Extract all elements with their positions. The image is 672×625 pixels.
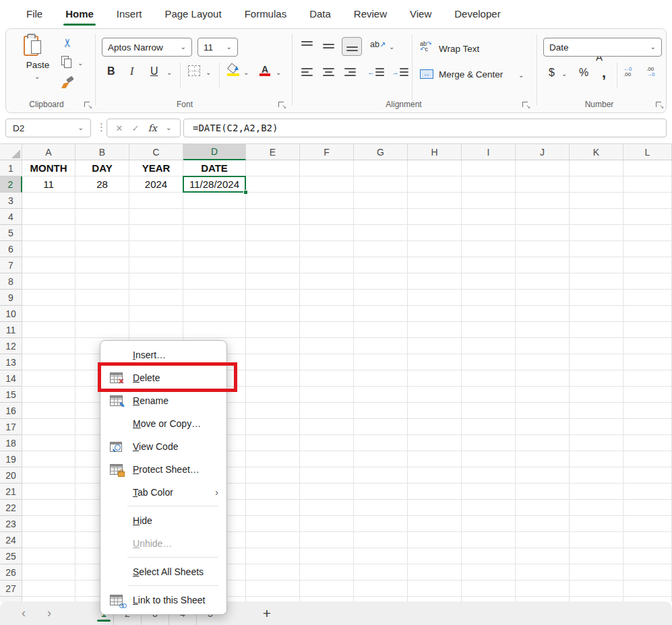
grid-cell-E16[interactable]	[246, 403, 300, 419]
ribbon-tab-formulas[interactable]: Formulas	[233, 0, 299, 27]
number-format-combobox[interactable]: Date⌄	[543, 38, 662, 57]
grid-cell-C7[interactable]	[129, 257, 183, 273]
grid-cell-A7[interactable]	[22, 257, 75, 273]
grid-cell-A13[interactable]	[22, 354, 75, 370]
row-header-5[interactable]: 5	[0, 225, 22, 241]
ribbon-tab-review[interactable]: Review	[342, 0, 398, 27]
ribbon-tab-file[interactable]: File	[15, 0, 54, 27]
grid-cell-G2[interactable]	[354, 176, 408, 193]
grid-cell-K22[interactable]	[570, 500, 623, 516]
grid-cell-C6[interactable]	[129, 241, 183, 257]
grid-cell-I19[interactable]	[462, 451, 516, 467]
grid-cell-H26[interactable]	[408, 564, 462, 581]
enter-icon[interactable]: ✓	[132, 123, 140, 133]
accounting-dropdown-chevron-icon[interactable]: ⌄	[561, 71, 567, 77]
row-header-9[interactable]: 9	[0, 290, 22, 306]
grid-cell-H3[interactable]	[408, 193, 462, 209]
row-header-10[interactable]: 10	[0, 306, 22, 322]
grid-cell-B8[interactable]	[75, 273, 129, 290]
grid-cell-C2[interactable]: 2024	[129, 176, 183, 193]
grid-cell-G15[interactable]	[354, 387, 408, 403]
grid-cell-C11[interactable]	[129, 322, 183, 338]
grid-cell-L5[interactable]	[623, 225, 672, 241]
grid-cell-H2[interactable]	[408, 176, 462, 193]
grid-cell-E9[interactable]	[246, 290, 300, 306]
row-header-23[interactable]: 23	[0, 516, 22, 532]
grid-cell-F14[interactable]	[300, 370, 354, 387]
grid-cell-L11[interactable]	[623, 322, 672, 338]
cut-icon[interactable]: ✂	[61, 38, 75, 47]
grid-cell-E8[interactable]	[246, 273, 300, 290]
grid-cell-K11[interactable]	[570, 322, 623, 338]
new-sheet-button[interactable]: +	[258, 601, 276, 625]
grid-cell-G23[interactable]	[354, 516, 408, 532]
grid-cell-L8[interactable]	[623, 273, 672, 290]
grid-cell-H20[interactable]	[408, 467, 462, 484]
bold-button[interactable]: B	[107, 65, 115, 77]
grid-cell-J16[interactable]	[516, 403, 570, 419]
grid-cell-C5[interactable]	[129, 225, 183, 241]
grid-cell-I9[interactable]	[462, 290, 516, 306]
column-header-K[interactable]: K	[570, 144, 623, 160]
row-header-17[interactable]: 17	[0, 419, 22, 435]
row-header-19[interactable]: 19	[0, 451, 22, 467]
grid-cell-G4[interactable]	[354, 209, 408, 225]
row-header-11[interactable]: 11	[0, 322, 22, 338]
grid-cell-F27[interactable]	[300, 581, 354, 597]
grid-cell-E18[interactable]	[246, 435, 300, 451]
grid-cell-A14[interactable]	[22, 370, 75, 387]
orientation-dropdown-chevron-icon[interactable]: ⌄	[389, 44, 394, 51]
grid-cell-J22[interactable]	[516, 500, 570, 516]
row-header-24[interactable]: 24	[0, 532, 22, 548]
grid-cell-I2[interactable]	[462, 176, 516, 193]
grid-cell-K2[interactable]	[570, 176, 623, 193]
grid-cell-F13[interactable]	[300, 354, 354, 370]
grid-cell-L26[interactable]	[623, 564, 672, 581]
borders-dropdown-chevron-icon[interactable]: ⌄	[206, 69, 211, 76]
grid-cell-B5[interactable]	[75, 225, 129, 241]
grid-cell-L24[interactable]	[623, 532, 672, 548]
grid-cell-D10[interactable]	[183, 306, 246, 322]
grid-cell-H17[interactable]	[408, 419, 462, 435]
grid-cell-F20[interactable]	[300, 467, 354, 484]
grid-cell-E3[interactable]	[246, 193, 300, 209]
grid-cell-H10[interactable]	[408, 306, 462, 322]
column-header-F[interactable]: F	[300, 144, 354, 160]
grid-cell-G9[interactable]	[354, 290, 408, 306]
grid-cell-J18[interactable]	[516, 435, 570, 451]
fill-color-button[interactable]	[227, 64, 239, 76]
grid-cell-H27[interactable]	[408, 581, 462, 597]
row-header-22[interactable]: 22	[0, 500, 22, 516]
name-box[interactable]: D2 ⌄	[5, 119, 91, 137]
grid-cell-E7[interactable]	[246, 257, 300, 273]
grid-cell-H8[interactable]	[408, 273, 462, 290]
grid-cell-K12[interactable]	[570, 338, 623, 354]
grid-cell-F24[interactable]	[300, 532, 354, 548]
grid-cell-I17[interactable]	[462, 419, 516, 435]
grid-cell-L25[interactable]	[623, 548, 672, 564]
grid-cell-I1[interactable]	[462, 160, 516, 176]
grid-cell-J21[interactable]	[516, 484, 570, 500]
grid-cell-H16[interactable]	[408, 403, 462, 419]
grid-cell-L2[interactable]	[623, 176, 672, 193]
grid-cell-I14[interactable]	[462, 370, 516, 387]
column-header-G[interactable]: G	[354, 144, 408, 160]
grid-cell-F7[interactable]	[300, 257, 354, 273]
grid-cell-J27[interactable]	[516, 581, 570, 597]
grid-cell-F12[interactable]	[300, 338, 354, 354]
grid-cell-K17[interactable]	[570, 419, 623, 435]
grid-cell-E6[interactable]	[246, 241, 300, 257]
grid-cell-G22[interactable]	[354, 500, 408, 516]
grid-cell-H13[interactable]	[408, 354, 462, 370]
grid-cell-A25[interactable]	[22, 548, 75, 564]
grid-cell-E5[interactable]	[246, 225, 300, 241]
ribbon-tab-data[interactable]: Data	[298, 0, 342, 27]
align-right-button[interactable]	[344, 68, 356, 76]
grid-cell-L12[interactable]	[623, 338, 672, 354]
row-header-4[interactable]: 4	[0, 209, 22, 225]
chevron-down-icon[interactable]: ⌄	[226, 44, 232, 51]
grid-cell-F11[interactable]	[300, 322, 354, 338]
grid-cell-A11[interactable]	[22, 322, 75, 338]
merge-center-icon[interactable]: ↔	[420, 69, 433, 79]
grid-cell-K23[interactable]	[570, 516, 623, 532]
